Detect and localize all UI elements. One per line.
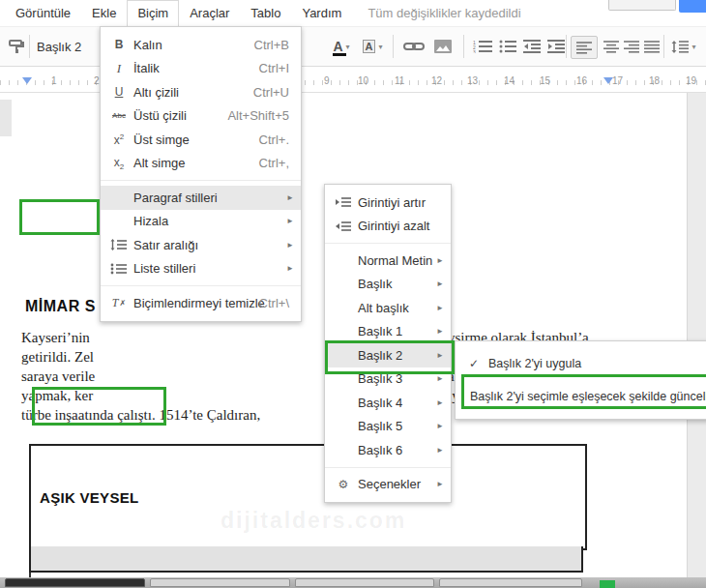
menu-item-label: İtalik: [133, 61, 160, 75]
style-selector-value: Başlık 2: [37, 40, 81, 54]
menu-item-indent-decrease[interactable]: Girintiyi azalt: [325, 215, 451, 239]
bold-icon: B: [109, 38, 129, 51]
menu-item-clear-formatting[interactable]: T✗Biçimlendirmeyi temizleCtrl+\: [101, 291, 301, 315]
menubar-item-araclar[interactable]: Araçlar: [179, 1, 240, 25]
menu-item-label: Normal Metin: [358, 253, 432, 268]
submenu-arrow-icon: ►: [436, 256, 444, 265]
menubar-item-tablo[interactable]: Tablo: [240, 1, 291, 25]
left-indent-marker[interactable]: [22, 77, 32, 84]
taskbar-button[interactable]: [439, 578, 582, 587]
menubar-item-ekle[interactable]: Ekle: [81, 1, 127, 25]
comments-button[interactable]: [608, 0, 676, 11]
menu-item-label: Başlık 4: [358, 396, 402, 410]
decrease-indent-icon[interactable]: [520, 36, 544, 57]
text-color-button[interactable]: A▾: [330, 36, 353, 57]
menu-item-list-styles[interactable]: Liste stilleri►: [101, 257, 301, 281]
doc-table-gray-row[interactable]: [29, 546, 583, 573]
submenu-arrow-icon: ►: [436, 279, 444, 288]
menu-item-label: Satır aralığı: [133, 238, 198, 252]
italic-icon: I: [109, 61, 129, 76]
menu-item-label: Başlık 6: [358, 443, 402, 457]
doc-heading-mimar[interactable]: MİMAR S: [25, 298, 96, 315]
doc-paragraph-line-left[interactable]: saraya verile: [21, 368, 95, 385]
line-spacing-button[interactable]: ▾: [669, 36, 698, 57]
menu-item-italic[interactable]: IİtalikCtrl+I: [101, 57, 301, 81]
chevron-down-icon: ▾: [378, 43, 382, 51]
menu-item-label: Seçenekler: [358, 477, 421, 491]
underline-icon: U: [109, 85, 129, 99]
menu-item-label: Başlık: [358, 277, 392, 291]
menubar-item-yardim[interactable]: Yardım: [291, 1, 352, 25]
menu-item-normal-text[interactable]: Normal Metin►: [325, 249, 451, 273]
menu-item-bold[interactable]: BKalınCtrl+B: [101, 33, 301, 57]
saved-status[interactable]: Tüm değişiklikler kaydedildi: [368, 6, 520, 20]
list-styles-icon: [109, 263, 129, 275]
increase-indent-icon[interactable]: [544, 36, 568, 57]
numbered-list-icon[interactable]: 123: [470, 36, 495, 57]
bulleted-list-icon[interactable]: [496, 36, 519, 57]
menu-item-paragraph-styles[interactable]: Paragraf stilleri►: [101, 186, 301, 210]
menu-item-heading-4[interactable]: Başlık 4►: [325, 391, 451, 415]
menu-item-options[interactable]: ⚙Seçenekler►: [325, 473, 451, 497]
taskbar-button[interactable]: [150, 578, 290, 587]
submenu-arrow-icon: ►: [436, 398, 444, 407]
insert-image-icon[interactable]: [431, 36, 455, 57]
menubar-item-goruntule[interactable]: Görüntüle: [5, 1, 81, 25]
doc-heading-asik[interactable]: AŞIK VEYSEL: [40, 489, 139, 506]
menubar-item-bicim[interactable]: Biçim: [127, 0, 179, 27]
submenu-arrow-icon: ►: [436, 374, 444, 383]
menu-bar: GörüntüleEkleBiçimAraçlarTabloYardımTüm …: [0, 0, 706, 26]
menu-item-align[interactable]: Hizala►: [101, 210, 301, 234]
line-spacing-icon: [671, 41, 689, 53]
annotation-box-heading2-item: [325, 340, 455, 374]
submenu-arrow-icon: ►: [436, 446, 444, 455]
menu-item-underline[interactable]: UAltı çiziliCtrl+U: [101, 80, 301, 104]
doc-paragraph-line-left[interactable]: Kayseri’nin: [21, 330, 90, 346]
menu-item-shortcut: Ctrl+B: [254, 38, 289, 52]
ruler-number: 12: [431, 75, 442, 86]
menu-item-title[interactable]: Başlık►: [325, 273, 451, 297]
menu-item-label: Girintiyi artır: [358, 195, 426, 210]
justify-icon[interactable]: [640, 36, 663, 57]
menu-item-shortcut: Ctrl+I: [259, 61, 289, 75]
menu-item-strikethrough[interactable]: AbcÜstü çiziliAlt+Shift+5: [101, 104, 301, 129]
align-left-icon[interactable]: [571, 36, 598, 59]
taskbar-tray-icon[interactable]: [600, 580, 615, 588]
style-selector[interactable]: Başlık 2: [37, 36, 106, 57]
menu-item-heading-6[interactable]: Başlık 6►: [325, 438, 451, 462]
submenu-arrow-icon: ►: [286, 217, 294, 225]
menu-item-shortcut: Ctrl+,: [259, 156, 289, 170]
menu-item-label: Kalın: [133, 38, 162, 52]
menu-item-shortcut: Ctrl+\: [259, 296, 289, 310]
toolbar-separator: [663, 35, 664, 58]
toolbar-separator: [393, 35, 394, 58]
menu-item-superscript[interactable]: x2Üst simgeCtrl+.: [101, 128, 301, 152]
taskbar-button[interactable]: [295, 578, 434, 587]
share-button[interactable]: [679, 0, 706, 13]
menu-item-subscript[interactable]: x2Alt simgeCtrl+,: [101, 152, 301, 176]
format-painter-icon[interactable]: [6, 36, 27, 57]
menu-item-label: Altı çizili: [133, 85, 179, 100]
highlight-color-button[interactable]: A▾: [359, 36, 386, 57]
menu-item-label: Paragraf stilleri: [133, 191, 218, 205]
taskbar: [0, 577, 706, 588]
menu-item-label: Biçimlendirmeyi temizle: [133, 296, 265, 310]
toolbar-separator: [29, 35, 30, 58]
doc-paragraph-line-left[interactable]: getirildi. Zel: [21, 349, 94, 366]
menu-item-indent-increase[interactable]: Girintiyi artır: [325, 191, 451, 215]
menu-item-heading-5[interactable]: Başlık 5►: [325, 415, 451, 439]
taskbar-button-active[interactable]: [5, 578, 145, 587]
menu-item-shortcut: Ctrl+.: [259, 132, 289, 147]
ruler-number: 18: [649, 75, 660, 86]
menu-item-subtitle[interactable]: Alt başlık►: [325, 296, 451, 320]
ruler-number: 15: [540, 75, 550, 86]
ruler-number: 19: [686, 75, 696, 86]
ruler-number: 10: [358, 75, 368, 86]
insert-link-icon[interactable]: [401, 36, 427, 57]
indent-decrease-icon: [334, 220, 353, 232]
menu-item-label: Başlık 2'yi uygula: [488, 357, 581, 370]
right-indent-marker[interactable]: [603, 77, 613, 84]
menu-item-label: Alt başlık: [358, 301, 409, 315]
menu-separator: [101, 180, 301, 181]
menu-item-line-spacing[interactable]: Satır aralığı►: [101, 233, 301, 257]
